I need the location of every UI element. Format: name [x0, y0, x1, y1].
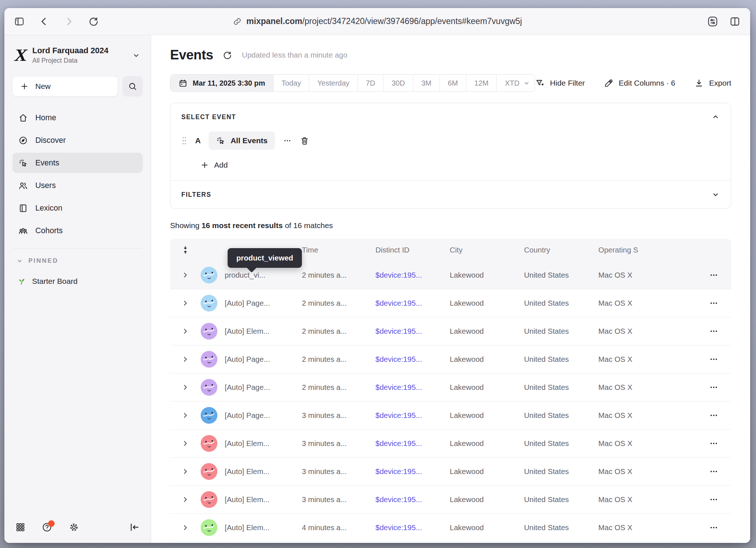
sidebar-item-lexicon[interactable]: Lexicon — [12, 198, 143, 218]
distinct-id-link[interactable]: $device:195... — [375, 299, 450, 308]
pinned-item-starter-board[interactable]: Starter Board — [12, 271, 143, 291]
table-row-partial[interactable] — [170, 542, 731, 543]
add-event-button[interactable]: Add — [200, 161, 228, 169]
column-distinct-id[interactable]: Distinct ID — [375, 246, 450, 254]
table-row[interactable]: [Auto] Elem... 2 minutes a... $device:19… — [170, 317, 731, 345]
time-cell: 2 minutes a... — [302, 327, 375, 336]
expand-row-button[interactable] — [181, 383, 189, 391]
new-button[interactable]: New — [12, 76, 118, 97]
collapse-sidebar-button[interactable] — [129, 522, 140, 533]
date-picker[interactable]: Mar 11, 2025 3:30 pm — [170, 75, 273, 91]
range-3m[interactable]: 3M — [413, 75, 440, 91]
drag-handle[interactable] — [181, 136, 187, 145]
trash-icon — [300, 136, 310, 146]
collapse-section-button[interactable] — [711, 113, 720, 121]
refresh-button[interactable] — [88, 16, 99, 27]
distinct-id-link[interactable]: $device:195... — [375, 271, 450, 279]
distinct-id-link[interactable]: $device:195... — [375, 495, 450, 504]
export-button[interactable]: Export — [694, 78, 731, 88]
table-row[interactable]: [Auto] Page... 2 minutes a... $device:19… — [170, 289, 731, 317]
event-more-button[interactable] — [283, 136, 292, 145]
pinned-section-toggle[interactable]: PINNED — [12, 256, 143, 266]
distinct-id-link[interactable]: $device:195... — [375, 383, 450, 392]
row-more-button[interactable] — [709, 467, 718, 476]
expand-row-button[interactable] — [181, 327, 189, 335]
distinct-id-link[interactable]: $device:195... — [375, 411, 450, 420]
expand-row-button[interactable] — [181, 439, 189, 447]
page-settings-button[interactable] — [706, 15, 719, 28]
table-row[interactable]: [Auto] Page... 2 minutes a... $device:19… — [170, 373, 731, 402]
ellipsis-icon — [709, 298, 718, 308]
table-row[interactable]: [Auto] Elem... 3 minutes a... $device:19… — [170, 430, 731, 458]
range-12m[interactable]: 12M — [466, 75, 497, 91]
chevron-right-icon — [181, 299, 189, 307]
edit-columns-label: Edit Columns · 6 — [619, 79, 675, 87]
time-cell: 4 minutes a... — [302, 523, 375, 532]
column-time[interactable]: Time — [302, 246, 375, 254]
distinct-id-link[interactable]: $device:195... — [375, 467, 450, 476]
column-country[interactable]: Country — [524, 246, 598, 254]
table-row[interactable]: [Auto] Elem... 3 minutes a... $device:19… — [170, 486, 731, 514]
edit-columns-button[interactable]: Edit Columns · 6 — [604, 78, 675, 88]
forward-button[interactable] — [63, 16, 74, 27]
url-bar[interactable]: mixpanel.com/project/3472420/view/397469… — [233, 16, 522, 26]
sidebar-item-users[interactable]: Users — [12, 175, 143, 196]
range-xtd[interactable]: XTD — [497, 75, 535, 91]
project-switcher[interactable]: X Lord Farquaad 2024 All Project Data — [12, 43, 143, 67]
event-select-chip[interactable]: All Events — [209, 132, 275, 150]
range-yesterday[interactable]: Yesterday — [309, 75, 358, 91]
range-30d[interactable]: 30D — [383, 75, 413, 91]
hide-filter-button[interactable]: Hide Filter — [535, 78, 585, 88]
sidebar-item-cohorts[interactable]: Cohorts — [12, 220, 143, 241]
row-more-button[interactable] — [709, 298, 718, 308]
expand-row-button[interactable] — [181, 524, 189, 532]
range-7d[interactable]: 7D — [358, 75, 384, 91]
expand-row-button[interactable] — [181, 411, 189, 419]
split-view-button[interactable] — [729, 16, 741, 27]
column-city[interactable]: City — [450, 246, 524, 254]
column-operating-system[interactable]: Operating S — [598, 246, 696, 254]
back-icon — [39, 16, 50, 27]
row-more-button[interactable] — [709, 523, 718, 532]
table-row[interactable]: [Auto] Page... 3 minutes a... $device:19… — [170, 402, 731, 430]
event-avatar — [201, 407, 217, 424]
expand-row-button[interactable] — [181, 467, 189, 475]
sidebar-item-events[interactable]: Events — [12, 153, 143, 173]
settings-button[interactable] — [68, 522, 79, 533]
distinct-id-link[interactable]: $device:195... — [375, 327, 450, 336]
expand-filters-button[interactable] — [711, 190, 720, 199]
event-name-cell: [Auto] Page... — [225, 299, 302, 308]
range-today[interactable]: Today — [273, 75, 309, 91]
distinct-id-link[interactable]: $device:195... — [375, 439, 450, 448]
help-button[interactable] — [42, 522, 52, 533]
row-more-button[interactable] — [709, 439, 718, 448]
apps-grid-button[interactable] — [15, 522, 25, 532]
os-cell: Mac OS X — [598, 355, 696, 364]
table-row[interactable]: [Auto] Page... 2 minutes a... $device:19… — [170, 345, 731, 373]
sidebar-item-home[interactable]: Home — [12, 107, 143, 128]
table-row[interactable]: [Auto] Elem... 3 minutes a... $device:19… — [170, 458, 731, 486]
expand-row-button[interactable] — [181, 299, 189, 307]
os-cell: Mac OS X — [598, 411, 696, 420]
row-more-button[interactable] — [709, 411, 718, 420]
expand-row-button[interactable] — [181, 496, 189, 504]
back-button[interactable] — [39, 16, 50, 27]
sidebar-item-discover[interactable]: Discover — [12, 130, 143, 150]
refresh-data-button[interactable] — [223, 50, 232, 60]
collapse-rows-button[interactable] — [181, 245, 190, 255]
search-button[interactable] — [122, 76, 143, 97]
row-more-button[interactable] — [709, 495, 718, 504]
row-more-button[interactable] — [709, 383, 718, 392]
row-more-button[interactable] — [709, 355, 718, 364]
distinct-id-link[interactable]: $device:195... — [375, 355, 450, 364]
expand-row-button[interactable] — [181, 355, 189, 363]
sidebar-toggle-button[interactable] — [14, 16, 25, 27]
delete-event-button[interactable] — [300, 136, 310, 146]
table-row[interactable]: [Auto] Elem... 4 minutes a... $device:19… — [170, 514, 731, 542]
row-more-button[interactable] — [709, 270, 718, 280]
country-cell: United States — [524, 271, 598, 279]
distinct-id-link[interactable]: $device:195... — [375, 523, 450, 532]
range-6m[interactable]: 6M — [440, 75, 466, 91]
expand-row-button[interactable] — [181, 271, 189, 279]
row-more-button[interactable] — [709, 326, 718, 336]
